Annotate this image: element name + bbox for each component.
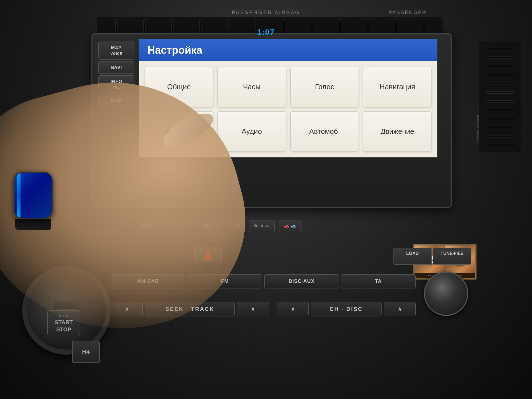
ta-button[interactable]: TA [341,274,416,288]
car-view-button[interactable]: 🚗 🚙 [279,220,301,232]
menu-item-navigaciya[interactable]: Навигация [363,67,432,107]
menu-item-audio[interactable]: Аудио [218,111,286,152]
load-button[interactable]: LOAD [393,248,432,265]
recirc-icon: ↺ [236,223,239,228]
seek-track-up-button[interactable]: ∧ [237,302,269,316]
seek-track-row: ∨ SEEK · TRACK ∧ ∨ CH · DISC ∧ [111,299,416,319]
car-front-icon: 🚗 [284,223,289,228]
front-defrost-button[interactable]: ⊡ FRONT [166,219,195,233]
start-stop-area: ENGINE START STOP [47,310,89,344]
rear-defrost-button[interactable]: ⊟ REAR [200,219,226,233]
multi-disc-label: MULTI·DISC PLAY [158,251,199,255]
ch-disc-up-button[interactable]: ∧ [384,302,416,316]
rear-fan-icon: ✿ [254,223,258,228]
rear-fan-button[interactable]: ✿ REAR [249,220,275,232]
side-buttons-panel: MAP VOICE NAVI INFO TEL DISP [98,42,134,158]
menu-item-avtomob[interactable]: Автомоб. [290,111,359,152]
fan-off-icon: ✿ [141,223,145,228]
menu-item-golos[interactable]: Голос [290,67,359,107]
front-defrost-icon: ⊡ [171,222,176,229]
clock-display: 1:07 [257,28,275,37]
passenger-label: PASSENGER [388,10,427,16]
seek-track-label: SEEK · TRACK [145,302,235,316]
ch-disc-down-button[interactable]: ∨ [277,302,309,316]
menu-item-dvizhenie[interactable]: Движение [363,111,432,152]
tune-knob[interactable] [424,272,468,316]
navi-button[interactable]: NAVI [98,61,134,74]
radio-source-row: AM·DAB FM DISC·AUX TA [111,272,416,291]
tune-file-button[interactable]: TUNE·FILE [433,248,471,265]
menu-item-obschie[interactable]: Общие [145,67,213,107]
screen-title: Настройка [147,44,202,56]
info-tel-button[interactable]: INFO TEL [98,75,134,93]
infotainment-screen: Настройка Общие Часы Голос Навигация Тел… [139,39,438,158]
fm-button[interactable]: FM [188,274,262,288]
menu-item-telefon[interactable]: Телефон [145,111,213,152]
climate-controls: ✿ ✿ OFF ⊡ FRONT ⊟ REAR ↺ ✿ REAR 🚗 🚙 [136,215,352,237]
screen-menu-grid: Общие Часы Голос Навигация Телефон Аудио… [139,61,437,157]
recirc-button[interactable]: ↺ [231,220,245,232]
map-voice-button[interactable]: MAP VOICE [98,42,134,60]
hazard-triangle-icon [202,250,213,260]
start-stop-button[interactable]: ENGINE START STOP [47,310,80,335]
load-tune-controls: LOAD TUNE·FILE [393,248,471,265]
car-rear-icon: 🚙 [291,223,296,228]
disc-aux-button[interactable]: DISC·AUX [264,274,339,288]
fan-off-button[interactable]: ✿ ✿ OFF [136,220,162,232]
menu-item-chasy[interactable]: Часы [218,67,286,107]
rear-defrost-icon: ⊟ [205,222,209,229]
gear-indicator: H4 [72,341,100,363]
disp-button[interactable]: DISP [98,95,134,107]
airbag-label: PASSENGER AIRBAG [232,10,300,16]
right-vent [479,42,521,152]
ch-disc-label: CH · DISC [311,302,381,316]
screen-header: Настройка [139,39,437,61]
